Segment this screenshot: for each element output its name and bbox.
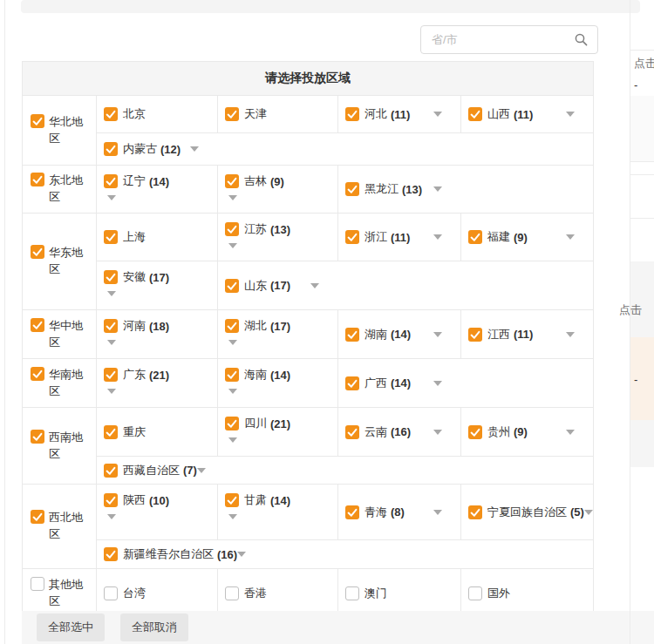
province-checkbox[interactable] (345, 182, 359, 196)
province-label[interactable]: 北京 (123, 106, 146, 122)
province-label[interactable]: 陕西 (123, 492, 146, 508)
region-checkbox[interactable] (31, 367, 44, 381)
province-checkbox[interactable] (345, 586, 359, 600)
dropdown-arrow-icon[interactable] (228, 437, 237, 443)
province-label[interactable]: 贵州 (487, 424, 510, 440)
province-label[interactable]: 青海 (364, 505, 387, 520)
dropdown-arrow-icon[interactable] (433, 112, 442, 117)
province-label[interactable]: 云南 (364, 424, 387, 440)
dropdown-arrow-icon[interactable] (310, 283, 319, 288)
region-checkbox[interactable] (31, 430, 44, 444)
province-checkbox[interactable] (104, 586, 118, 600)
region-label[interactable]: 华南地区 (49, 367, 89, 400)
province-checkbox[interactable] (104, 493, 118, 507)
province-label[interactable]: 河北 (364, 106, 387, 122)
dropdown-arrow-icon[interactable] (433, 381, 442, 386)
dropdown-arrow-icon[interactable] (584, 510, 593, 515)
province-label[interactable]: 湖北 (244, 318, 267, 334)
province-label[interactable]: 广西 (364, 376, 387, 391)
province-checkbox[interactable] (345, 425, 359, 439)
region-label[interactable]: 华中地区 (49, 318, 89, 351)
province-checkbox[interactable] (225, 493, 239, 507)
dropdown-arrow-icon[interactable] (228, 514, 237, 519)
province-checkbox[interactable] (104, 425, 118, 439)
province-label[interactable]: 江西 (487, 327, 510, 342)
dropdown-arrow-icon[interactable] (228, 195, 237, 200)
province-checkbox[interactable] (345, 328, 359, 342)
province-label[interactable]: 江苏 (244, 221, 267, 237)
province-checkbox[interactable] (345, 505, 359, 519)
province-label[interactable]: 湖南 (364, 327, 387, 342)
province-label[interactable]: 内蒙古 (123, 141, 157, 157)
province-checkbox[interactable] (225, 174, 239, 188)
province-label[interactable]: 河南 (123, 318, 146, 334)
region-label[interactable]: 华东地区 (49, 245, 89, 278)
cancel-all-button[interactable]: 全部取消 (120, 613, 188, 641)
province-checkbox[interactable] (468, 425, 482, 439)
dropdown-arrow-icon[interactable] (566, 332, 575, 337)
province-label[interactable]: 海南 (244, 367, 267, 383)
dropdown-arrow-icon[interactable] (237, 552, 246, 557)
region-label[interactable]: 西南地区 (49, 430, 89, 463)
region-checkbox[interactable] (31, 510, 44, 524)
province-checkbox[interactable] (104, 368, 118, 382)
dropdown-arrow-icon[interactable] (228, 389, 237, 394)
province-label[interactable]: 上海 (123, 229, 146, 245)
region-label[interactable]: 其他地区 (49, 577, 89, 610)
province-checkbox[interactable] (468, 107, 482, 121)
province-label[interactable]: 国外 (487, 586, 510, 601)
province-checkbox[interactable] (104, 174, 118, 188)
dropdown-arrow-icon[interactable] (566, 234, 575, 240)
province-label[interactable]: 广东 (123, 367, 146, 383)
region-checkbox[interactable] (31, 173, 44, 186)
province-label[interactable]: 辽宁 (123, 173, 146, 189)
dropdown-arrow-icon[interactable] (433, 186, 442, 192)
province-checkbox[interactable] (225, 417, 239, 430)
region-label[interactable]: 西北地区 (49, 510, 89, 543)
dropdown-arrow-icon[interactable] (107, 291, 116, 296)
dropdown-arrow-icon[interactable] (228, 340, 237, 345)
province-checkbox[interactable] (104, 270, 118, 284)
dropdown-arrow-icon[interactable] (107, 195, 116, 200)
province-checkbox[interactable] (225, 107, 239, 121)
province-checkbox[interactable] (225, 319, 239, 333)
province-checkbox[interactable] (468, 505, 482, 519)
province-label[interactable]: 天津 (244, 106, 267, 122)
province-checkbox[interactable] (104, 107, 118, 121)
region-checkbox[interactable] (31, 577, 44, 591)
dropdown-arrow-icon[interactable] (566, 112, 575, 117)
province-label[interactable]: 黑龙江 (364, 181, 399, 197)
province-checkbox[interactable] (225, 279, 239, 293)
dropdown-arrow-icon[interactable] (197, 468, 206, 473)
province-label[interactable]: 宁夏回族自治区 (487, 505, 567, 520)
province-label[interactable]: 澳门 (364, 586, 387, 601)
region-checkbox[interactable] (31, 318, 44, 332)
region-label[interactable]: 东北地区 (49, 173, 89, 206)
province-checkbox[interactable] (104, 230, 118, 244)
dropdown-arrow-icon[interactable] (228, 243, 237, 248)
dropdown-arrow-icon[interactable] (433, 332, 442, 337)
region-label[interactable]: 华北地区 (49, 114, 89, 147)
dropdown-arrow-icon[interactable] (107, 514, 116, 519)
province-label[interactable]: 新疆维吾尔自治区 (123, 546, 214, 562)
province-label[interactable]: 重庆 (123, 424, 146, 440)
province-checkbox[interactable] (345, 107, 359, 121)
province-label[interactable]: 四川 (244, 416, 267, 431)
province-checkbox[interactable] (225, 368, 239, 382)
province-checkbox[interactable] (104, 547, 118, 561)
province-label[interactable]: 香港 (244, 586, 267, 601)
province-label[interactable]: 浙江 (364, 229, 387, 245)
search-icon[interactable] (574, 32, 589, 47)
dropdown-arrow-icon[interactable] (566, 430, 575, 435)
province-label[interactable]: 台湾 (123, 586, 146, 601)
province-checkbox[interactable] (225, 222, 239, 236)
region-checkbox[interactable] (31, 245, 44, 259)
province-label[interactable]: 西藏自治区 (123, 463, 180, 478)
province-checkbox[interactable] (104, 319, 118, 333)
search-input[interactable] (430, 32, 574, 47)
dropdown-arrow-icon[interactable] (433, 510, 442, 515)
dropdown-arrow-icon[interactable] (107, 340, 116, 345)
province-label[interactable]: 山东 (244, 278, 267, 294)
province-label[interactable]: 山西 (487, 106, 510, 122)
province-checkbox[interactable] (468, 328, 482, 342)
